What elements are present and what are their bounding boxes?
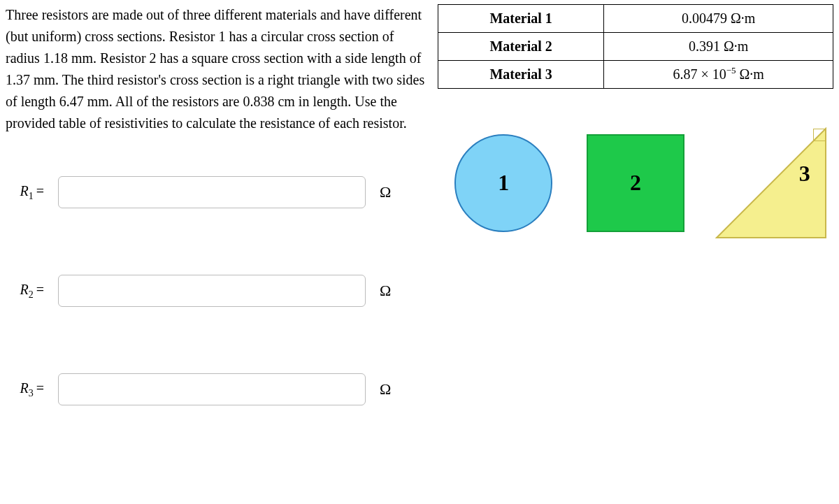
triangle-shape: 3 (708, 127, 827, 239)
shape-triangle-holder: 3 (701, 127, 833, 239)
shape-circle-holder: 1 (438, 127, 570, 239)
answer-input-r3[interactable] (58, 373, 366, 405)
left-column: Three resistors are made out of three di… (6, 4, 425, 405)
var-r: R (20, 282, 29, 297)
right-column: Material 1 0.00479 Ω·m Material 2 0.391 … (438, 4, 833, 405)
problem-text: Three resistors are made out of three di… (6, 4, 425, 134)
material-name-2: Material 2 (438, 33, 604, 61)
table-row: Material 1 0.00479 Ω·m (438, 5, 833, 33)
equals-2: = (36, 282, 44, 297)
material-name-1: Material 1 (438, 5, 604, 33)
material-value-2: 0.391 Ω·m (604, 33, 833, 61)
answer-section: R1= Ω R2= Ω R3= Ω (6, 176, 425, 405)
shapes-row: 1 2 3 (438, 127, 833, 239)
triangle-label: 3 (799, 157, 810, 192)
unit-1: Ω (380, 180, 391, 204)
shape-square-holder: 2 (570, 127, 702, 239)
answer-label-1: R1= (6, 180, 44, 204)
circle-shape: 1 (454, 134, 552, 232)
table-row: Material 2 0.391 Ω·m (438, 33, 833, 61)
answer-input-r1[interactable] (58, 176, 366, 208)
answer-row-1: R1= Ω (6, 176, 425, 208)
answer-row-2: R2= Ω (6, 275, 425, 307)
sub-1: 1 (29, 191, 34, 201)
answer-label-3: R3= (6, 377, 44, 401)
resistivity-table: Material 1 0.00479 Ω·m Material 2 0.391 … (438, 4, 833, 89)
table-row: Material 3 6.87 × 10−5 Ω·m (438, 61, 833, 89)
answer-row-3: R3= Ω (6, 373, 425, 405)
answer-label-2: R2= (6, 279, 44, 303)
right-angle-mark (813, 129, 826, 141)
main-container: Three resistors are made out of three di… (6, 4, 833, 405)
var-r: R (20, 380, 29, 396)
sub-3: 3 (29, 388, 34, 398)
material-value-3: 6.87 × 10−5 Ω·m (604, 61, 833, 89)
unit-3: Ω (380, 377, 391, 401)
var-r: R (20, 183, 29, 199)
sub-2: 2 (29, 289, 34, 300)
square-label: 2 (630, 166, 641, 201)
answer-input-r2[interactable] (58, 275, 366, 307)
material-value-1: 0.00479 Ω·m (604, 5, 833, 33)
equals-3: = (36, 380, 44, 396)
square-shape: 2 (587, 134, 684, 232)
circle-label: 1 (498, 166, 509, 201)
material-name-3: Material 3 (438, 61, 604, 89)
equals-1: = (36, 183, 44, 199)
unit-2: Ω (380, 279, 391, 303)
